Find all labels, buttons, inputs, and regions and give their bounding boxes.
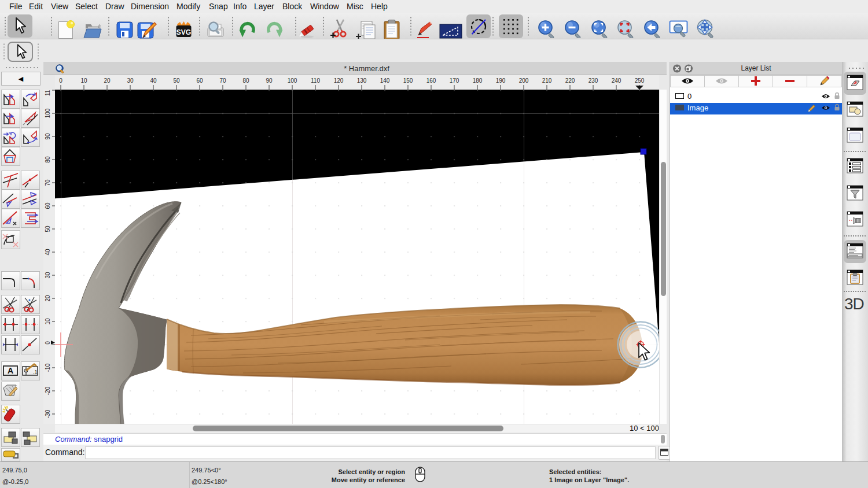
svg-text:80: 80 (242, 77, 249, 84)
svg-text:200: 200 (519, 77, 529, 84)
svg-text:0: 0 (59, 77, 62, 84)
svg-text:100: 100 (45, 108, 51, 118)
svg-text:40: 40 (45, 249, 51, 256)
svg-text:240: 240 (612, 77, 621, 84)
svg-text:50: 50 (45, 225, 51, 232)
svg-text:60: 60 (45, 202, 51, 209)
svg-text:20: 20 (45, 295, 51, 302)
svg-text:30: 30 (127, 77, 134, 84)
svg-text:60: 60 (196, 77, 203, 84)
svg-text:120: 120 (334, 77, 344, 84)
svg-text:180: 180 (473, 77, 483, 84)
svg-text:130: 130 (357, 77, 367, 84)
svg-text:190: 190 (496, 77, 506, 84)
svg-text:90: 90 (266, 77, 273, 84)
svg-text:220: 220 (565, 77, 575, 84)
svg-text:80: 80 (45, 156, 51, 163)
svg-text:70: 70 (219, 77, 226, 84)
svg-text:-30: -30 (45, 409, 51, 418)
svg-text:10: 10 (45, 318, 51, 325)
svg-text:.1: .1 (33, 369, 38, 375)
svg-text:140: 140 (380, 77, 390, 84)
svg-text:150: 150 (403, 77, 413, 84)
svg-text:20: 20 (104, 77, 111, 84)
svg-text:70: 70 (45, 179, 51, 186)
svg-text:-20: -20 (45, 386, 51, 395)
svg-text:110: 110 (45, 90, 51, 96)
svg-text:-10: -10 (45, 363, 51, 372)
svg-text:10: 10 (80, 77, 87, 84)
svg-text:0: 0 (45, 341, 51, 345)
svg-text:90: 90 (45, 133, 51, 140)
svg-text:230: 230 (589, 77, 598, 84)
svg-text:210: 210 (542, 77, 552, 84)
svg-text:160: 160 (426, 77, 436, 84)
svg-text:170: 170 (450, 77, 459, 84)
svg-text:250: 250 (635, 77, 645, 84)
svg-text:100: 100 (288, 77, 297, 84)
svg-text:30: 30 (45, 272, 51, 279)
svg-text:40: 40 (150, 77, 157, 84)
svg-text:SVG: SVG (176, 28, 191, 36)
svg-text:50: 50 (173, 77, 180, 84)
svg-text:110: 110 (311, 77, 320, 84)
svg-text:A: A (8, 366, 13, 375)
